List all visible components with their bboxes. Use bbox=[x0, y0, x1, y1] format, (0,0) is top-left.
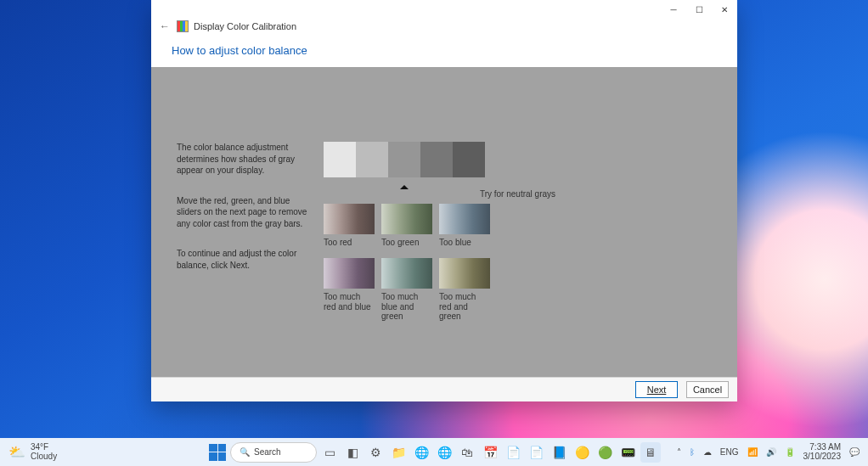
label-too-red: Too red bbox=[324, 238, 375, 255]
color-calibration-window: ─ ☐ ✕ ← Display Color Calibration How to… bbox=[151, 0, 737, 401]
page-title: How to adjust color balance bbox=[151, 36, 737, 67]
settings-icon[interactable]: ⚙ bbox=[365, 442, 386, 463]
bluetooth-icon[interactable]: ᛒ bbox=[690, 447, 695, 457]
label-red-green: Too much red and green bbox=[439, 292, 490, 322]
back-button[interactable]: ← bbox=[158, 20, 172, 32]
clock-date: 3/10/2023 bbox=[803, 452, 842, 462]
calibration-taskbar-icon[interactable]: 🖥 bbox=[640, 442, 661, 463]
clock-time: 7:33 AM bbox=[809, 443, 841, 452]
label-too-blue: Too blue bbox=[439, 238, 490, 255]
language-indicator[interactable]: ENG bbox=[720, 447, 739, 457]
word-icon[interactable]: 📄 bbox=[503, 442, 523, 463]
excel-icon[interactable]: 📄 bbox=[526, 442, 546, 463]
minimize-button[interactable]: ─ bbox=[661, 5, 686, 14]
taskbar: ⛅ 34°F Cloudy 🔍 Search ▭ ◧ ⚙ 📁 🌐 🌐 🛍 📅 📄… bbox=[0, 438, 868, 466]
widgets-icon[interactable]: ◧ bbox=[342, 442, 363, 463]
edge-icon[interactable]: 🌐 bbox=[411, 442, 431, 463]
next-button[interactable]: Next bbox=[635, 381, 678, 398]
app-icon-2[interactable]: 📟 bbox=[617, 442, 638, 463]
instruction-p3: To continue and adjust the color balance… bbox=[177, 248, 308, 271]
instruction-p2: Move the red, green, and blue sliders on… bbox=[177, 195, 308, 230]
onedrive-icon[interactable]: ☁ bbox=[703, 447, 712, 457]
sample-column: Try for neutral grays Too red Too green … bbox=[324, 142, 712, 360]
maximize-button[interactable]: ☐ bbox=[686, 5, 712, 14]
start-button[interactable] bbox=[207, 442, 228, 463]
dialog-footer: Next Cancel bbox=[151, 377, 737, 401]
system-tray: ˄ ᛒ ☁ ENG 📶 🔊 🔋 7:33 AM 3/10/2023 💬 bbox=[668, 443, 868, 461]
clock[interactable]: 7:33 AM 3/10/2023 bbox=[803, 443, 842, 461]
wifi-icon[interactable]: 📶 bbox=[747, 447, 758, 457]
cancel-button[interactable]: Cancel bbox=[686, 381, 729, 398]
swatch-red-blue bbox=[324, 258, 375, 289]
weather-temp: 34°F bbox=[31, 443, 57, 452]
swatch-red-green bbox=[439, 258, 490, 289]
window-titlebar: ─ ☐ ✕ bbox=[151, 0, 737, 19]
task-view-icon[interactable]: ▭ bbox=[319, 442, 340, 463]
weather-widget[interactable]: ⛅ 34°F Cloudy bbox=[0, 443, 65, 461]
close-button[interactable]: ✕ bbox=[712, 5, 737, 14]
battery-icon[interactable]: 🔋 bbox=[785, 447, 795, 457]
weather-icon: ⛅ bbox=[8, 444, 25, 460]
notifications-icon[interactable]: 💬 bbox=[849, 447, 860, 457]
swatch-too-red bbox=[324, 204, 375, 234]
neutral-caption: Try for neutral grays bbox=[324, 189, 712, 199]
window-header: ← Display Color Calibration bbox=[151, 19, 737, 36]
volume-icon[interactable]: 🔊 bbox=[766, 447, 776, 457]
app-icon-1[interactable]: 📘 bbox=[549, 442, 569, 463]
label-red-blue: Too much red and blue bbox=[324, 292, 375, 322]
chrome-icon-2[interactable]: 🟢 bbox=[595, 442, 615, 463]
browser-icon[interactable]: 🌐 bbox=[434, 442, 454, 463]
app-icon bbox=[177, 20, 189, 32]
chrome-icon[interactable]: 🟡 bbox=[572, 442, 592, 463]
store-icon[interactable]: 🛍 bbox=[457, 442, 477, 463]
swatch-blue-green bbox=[381, 258, 432, 289]
label-blue-green: Too much blue and green bbox=[381, 292, 432, 322]
search-label: Search bbox=[254, 447, 281, 457]
gray-strip bbox=[324, 142, 485, 177]
app-title: Display Color Calibration bbox=[194, 21, 296, 31]
content-area: The color balance adjustment determines … bbox=[151, 67, 737, 377]
swatch-too-green bbox=[381, 204, 432, 234]
swatch-too-blue bbox=[439, 204, 490, 234]
calendar-icon[interactable]: 📅 bbox=[480, 442, 500, 463]
swatch-grid: Too red Too green Too blue Too much red … bbox=[324, 204, 712, 322]
file-explorer-icon[interactable]: 📁 bbox=[388, 442, 409, 463]
tray-chevron-icon[interactable]: ˄ bbox=[677, 447, 681, 457]
label-too-green: Too green bbox=[381, 238, 432, 255]
instruction-p1: The color balance adjustment determines … bbox=[177, 142, 308, 177]
instruction-text: The color balance adjustment determines … bbox=[177, 142, 308, 360]
weather-cond: Cloudy bbox=[31, 452, 57, 462]
search-icon: 🔍 bbox=[240, 447, 250, 457]
taskbar-center: 🔍 Search ▭ ◧ ⚙ 📁 🌐 🌐 🛍 📅 📄 📄 📘 🟡 🟢 📟 🖥 bbox=[207, 442, 661, 463]
search-box[interactable]: 🔍 Search bbox=[230, 442, 317, 463]
